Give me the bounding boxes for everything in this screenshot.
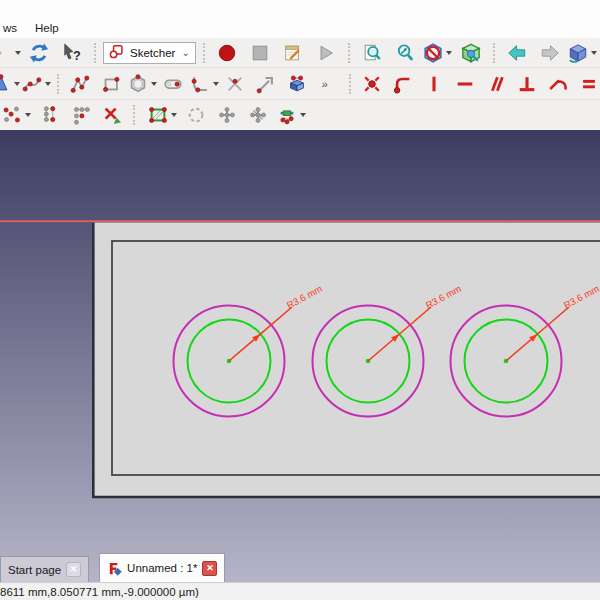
zoom-sel-icon xyxy=(395,43,415,63)
svg-text:?: ? xyxy=(73,48,81,63)
constraint-vertical-button[interactable] xyxy=(420,71,448,97)
nav-back-button[interactable] xyxy=(502,39,532,67)
dropdown-arrow-icon[interactable] xyxy=(14,82,20,86)
extend-edge-button[interactable] xyxy=(252,71,280,97)
move-tool-button[interactable] xyxy=(67,102,95,128)
3d-viewport[interactable]: R3.6 mmR3.6 mmR3.6 mm Start page✕Unnamed… xyxy=(0,130,600,582)
macro-stop-button[interactable] xyxy=(245,39,275,67)
close-icon[interactable]: ✕ xyxy=(66,562,81,577)
macro-record-button[interactable] xyxy=(212,39,242,67)
remove-axes-alignment-button[interactable] xyxy=(98,102,126,128)
view-axonometric-button[interactable] xyxy=(568,39,598,67)
create-polygon-button[interactable] xyxy=(128,71,156,97)
close-icon[interactable]: ✕ xyxy=(202,561,217,576)
dropdown-arrow-icon[interactable] xyxy=(151,82,157,86)
sketch-scene: R3.6 mmR3.6 mmR3.6 mm xyxy=(0,130,600,582)
nav-cut-left-button[interactable] xyxy=(0,39,21,67)
constraint-perpendicular-button[interactable] xyxy=(513,71,541,97)
nav-forward-button[interactable] xyxy=(535,39,565,67)
toolbar-separator xyxy=(133,105,139,125)
tab-start-page[interactable]: Start page✕ xyxy=(0,556,89,582)
constraint-tangent-button[interactable] xyxy=(544,71,572,97)
constraint-coincident-button[interactable] xyxy=(358,71,386,97)
c-pob-icon xyxy=(393,74,413,94)
clone-icon xyxy=(2,105,22,125)
workbench-selector[interactable]: Sketcher⌄ xyxy=(103,42,196,64)
toolbar-overflow-button[interactable]: » xyxy=(314,71,342,97)
dropdown-arrow-icon[interactable] xyxy=(300,113,306,117)
dropdown-arrow-icon[interactable] xyxy=(446,51,452,55)
toolbar-row-3 xyxy=(0,100,600,129)
status-bar: 8611 mm,8.050771 mm,-9.000000 µm) xyxy=(0,582,600,600)
dropdown-arrow-icon[interactable] xyxy=(25,113,31,117)
overflow-icon: » xyxy=(318,74,338,94)
whats-this-button[interactable]: ? xyxy=(57,39,87,67)
create-slot-button[interactable] xyxy=(159,71,187,97)
create-rectangle-button[interactable] xyxy=(97,71,125,97)
bspline-knot-multiplicity-button[interactable] xyxy=(275,102,308,128)
menu-windows-cut[interactable]: ws xyxy=(3,22,17,34)
view-fit-selection-cube-button[interactable] xyxy=(456,39,486,67)
whats-this-icon: ? xyxy=(62,43,82,63)
view-cube-zoom-icon xyxy=(461,43,481,63)
constraint-horizontal-button[interactable] xyxy=(451,71,479,97)
create-polyline-button[interactable] xyxy=(66,71,94,97)
constraint-parallel-button[interactable] xyxy=(482,71,510,97)
slot-icon xyxy=(163,74,183,94)
stop-icon xyxy=(250,43,270,63)
create-bspline-button[interactable] xyxy=(22,71,50,97)
nav-forward-partial-icon xyxy=(0,43,12,63)
dropdown-arrow-icon[interactable] xyxy=(591,51,597,55)
sketch-face[interactable] xyxy=(93,223,600,498)
record-icon xyxy=(217,43,237,63)
chevron-down-icon: ⌄ xyxy=(181,48,189,58)
constraint-point-on-object-button[interactable] xyxy=(389,71,417,97)
draw-style-icon xyxy=(423,43,443,63)
c-tangent-icon xyxy=(548,74,568,94)
tab-label: Unnamed : 1* xyxy=(127,562,197,574)
tab-label: Start page xyxy=(8,564,61,576)
create-fillet-button[interactable] xyxy=(190,71,218,97)
toolbar-separator xyxy=(349,74,351,94)
trim-edge-button[interactable] xyxy=(221,71,249,97)
rectangle-icon xyxy=(101,74,121,94)
delete-align-icon xyxy=(102,105,122,125)
bspline-control-polygon-button[interactable] xyxy=(213,102,241,128)
dashed-circle-icon xyxy=(186,105,206,125)
polyline-icon xyxy=(70,74,90,94)
clone-tool-button[interactable] xyxy=(0,102,33,128)
copy-tool-button[interactable] xyxy=(36,102,64,128)
refresh-button[interactable] xyxy=(24,39,54,67)
bspline-icon xyxy=(22,74,42,94)
toolbar-area: ?Sketcher⌄ » xyxy=(0,38,600,130)
macro-play-button[interactable] xyxy=(311,39,341,67)
tab-unnamed-1[interactable]: Unnamed : 1*✕ xyxy=(99,553,225,582)
external-geometry-button[interactable] xyxy=(283,71,311,97)
zoom-fit-icon xyxy=(362,43,382,63)
dropdown-arrow-icon[interactable] xyxy=(45,82,51,86)
workbench-selector-value: Sketcher xyxy=(130,47,175,59)
zoom-selection-button[interactable] xyxy=(390,39,420,67)
bspline-degree-button[interactable] xyxy=(182,102,210,128)
freecad-window: wsHelp ?Sketcher⌄ » R3.6 mmR3.6 mmR3.6 m… xyxy=(0,0,600,600)
freecad-app-icon xyxy=(107,561,122,576)
gear-b-icon xyxy=(248,105,268,125)
macro-edit-button[interactable] xyxy=(278,39,308,67)
draw-style-button[interactable] xyxy=(423,39,453,67)
trim-icon xyxy=(225,74,245,94)
dropdown-arrow-icon[interactable] xyxy=(213,82,219,86)
bspline-curvature-comb-button[interactable] xyxy=(244,102,272,128)
select-constrained-elements-button[interactable] xyxy=(146,102,179,128)
fillet-icon xyxy=(190,74,210,94)
polygon-hex-icon xyxy=(128,74,148,94)
dropdown-arrow-icon[interactable] xyxy=(15,51,21,55)
zoom-fit-all-button[interactable] xyxy=(357,39,387,67)
nav-forward-icon xyxy=(540,43,560,63)
gear-color-icon xyxy=(277,105,297,125)
constraint-equal-button[interactable] xyxy=(575,71,600,97)
menu-help[interactable]: Help xyxy=(35,22,59,34)
external-geometry-icon xyxy=(287,74,307,94)
copy-b-icon xyxy=(71,105,91,125)
create-conic-button[interactable] xyxy=(0,71,19,97)
dropdown-arrow-icon[interactable] xyxy=(171,113,177,117)
